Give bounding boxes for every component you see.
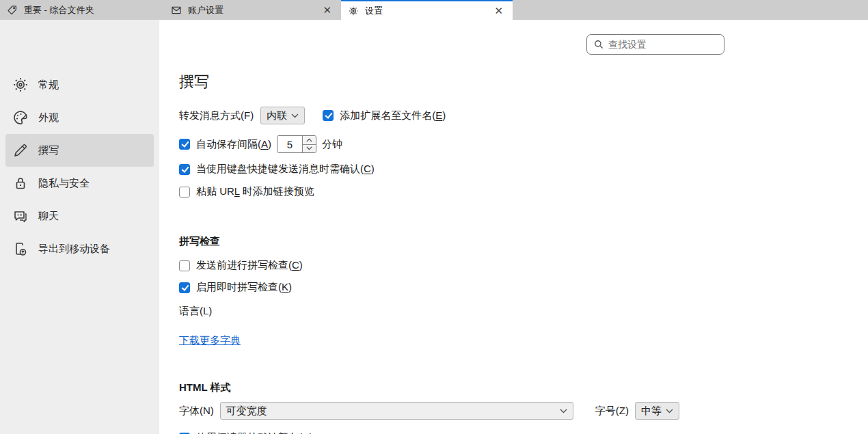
sidebar-item-composition[interactable]: 撰写	[5, 134, 154, 167]
inline-spellcheck-checkbox[interactable]: 启用即时拼写检查(K)	[179, 281, 292, 294]
sidebar-item-appearance[interactable]: 外观	[5, 101, 154, 134]
settings-search[interactable]	[586, 34, 724, 55]
tab-label: 重要 - 综合文件夹	[24, 4, 157, 16]
chevron-down-icon	[291, 113, 299, 118]
font-size-label: 字号(Z)	[595, 405, 629, 418]
gear-icon	[12, 77, 29, 93]
close-icon[interactable]: ✕	[491, 5, 506, 16]
tab-account-settings[interactable]: 账户设置 ✕	[164, 0, 341, 20]
sidebar-item-account-settings[interactable]: 账户设置	[5, 427, 154, 434]
font-size-select[interactable]: 中等	[635, 402, 679, 420]
phone-export-icon	[12, 241, 29, 257]
lock-icon	[12, 175, 29, 191]
forward-mode-value: 内联	[267, 109, 287, 122]
confirm-shortcut-checkbox[interactable]: 当使用键盘快捷键发送消息时需确认(C)	[179, 163, 375, 176]
paste-url-preview-label: 粘贴 URL 时添加链接预览	[196, 185, 314, 198]
spinner-buttons	[302, 136, 316, 152]
close-icon[interactable]: ✕	[320, 5, 334, 15]
download-dictionaries-link[interactable]: 下载更多字典	[179, 334, 241, 347]
reader-default-colors-label: 使用阅读器的默认颜色(D)	[196, 431, 313, 434]
tab-settings-active[interactable]: 设置 ✕	[341, 0, 513, 20]
chat-icon	[12, 208, 29, 224]
checkbox-checked[interactable]	[179, 139, 190, 150]
sidebar-item-label: 隐私与安全	[38, 177, 90, 190]
chevron-down-icon	[306, 146, 312, 150]
sidebar-item-chat[interactable]: 聊天	[5, 200, 154, 232]
attach-extension-checkbox[interactable]: 添加扩展名至文件名(E)	[323, 109, 446, 122]
attach-extension-label: 添加扩展名至文件名(E)	[340, 109, 446, 122]
tab-folder[interactable]: 重要 - 综合文件夹	[0, 0, 164, 20]
language-label: 语言(L)	[179, 305, 212, 318]
spellcheck-before-send-label: 发送前进行拼写检查(C)	[196, 259, 303, 272]
spin-up-button[interactable]	[303, 136, 316, 145]
forward-mode-label: 转发消息方式(F)	[179, 109, 254, 122]
checkbox-checked[interactable]	[323, 110, 334, 121]
tabbar-spacer	[513, 0, 868, 20]
sidebar-item-label: 常规	[38, 79, 59, 92]
spellcheck-before-send-checkbox[interactable]: 发送前进行拼写检查(C)	[179, 259, 303, 272]
font-size-select-value: 中等	[641, 405, 662, 418]
spin-down-button[interactable]	[303, 145, 316, 153]
font-select[interactable]: 可变宽度	[220, 402, 573, 420]
autosave-label: 自动保存间隔(A)	[196, 138, 271, 151]
inline-spellcheck-label: 启用即时拼写检查(K)	[196, 281, 292, 294]
sidebar-item-label: 聊天	[38, 210, 59, 223]
tab-label: 设置	[365, 5, 485, 17]
chevron-down-icon	[560, 409, 567, 413]
tag-icon	[7, 5, 18, 16]
autosave-interval-stepper[interactable]	[277, 135, 316, 153]
palette-icon	[12, 109, 29, 126]
autosave-interval-input[interactable]	[277, 136, 302, 152]
sidebar-item-label: 撰写	[38, 144, 59, 157]
sidebar-item-label: 外观	[38, 111, 59, 124]
page-title: 撰写	[179, 72, 868, 92]
reader-default-colors-checkbox[interactable]: 使用阅读器的默认颜色(D)	[179, 431, 313, 434]
pencil-icon	[12, 142, 29, 159]
chevron-down-icon	[666, 409, 673, 413]
settings-sidebar: 常规 外观 撰写	[0, 20, 159, 434]
forward-mode-select[interactable]: 内联	[260, 107, 305, 124]
paste-url-preview-checkbox[interactable]: 粘贴 URL 时添加链接预览	[179, 185, 314, 198]
search-input[interactable]	[608, 39, 717, 50]
sidebar-item-privacy[interactable]: 隐私与安全	[5, 167, 154, 200]
checkbox-checked[interactable]	[179, 164, 190, 175]
mail-icon	[171, 5, 182, 16]
chevron-up-icon	[306, 138, 312, 142]
spellcheck-section-title: 拼写检查	[179, 235, 868, 248]
checkbox-unchecked[interactable]	[179, 260, 190, 271]
autosave-unit-label: 分钟	[322, 138, 342, 151]
font-label: 字体(N)	[179, 405, 214, 418]
checkbox-unchecked[interactable]	[179, 187, 190, 198]
tab-bar: 重要 - 综合文件夹 账户设置 ✕ 设置 ✕	[0, 0, 868, 20]
checkbox-checked[interactable]	[179, 282, 190, 293]
sidebar-item-general[interactable]: 常规	[5, 68, 154, 101]
tab-label: 账户设置	[188, 4, 314, 16]
html-style-section-title: HTML 样式	[179, 381, 868, 394]
gear-icon	[348, 5, 359, 16]
settings-main-pane: 撰写 转发消息方式(F) 内联 添加扩展名至文件名(E) 自动保存间隔(A)	[159, 20, 868, 434]
autosave-checkbox[interactable]: 自动保存间隔(A)	[179, 138, 271, 151]
confirm-shortcut-label: 当使用键盘快捷键发送消息时需确认(C)	[196, 163, 375, 176]
font-select-value: 可变宽度	[226, 405, 267, 418]
sidebar-item-label: 导出到移动设备	[38, 243, 110, 256]
sidebar-item-export-mobile[interactable]: 导出到移动设备	[5, 232, 154, 265]
search-icon	[594, 40, 603, 49]
